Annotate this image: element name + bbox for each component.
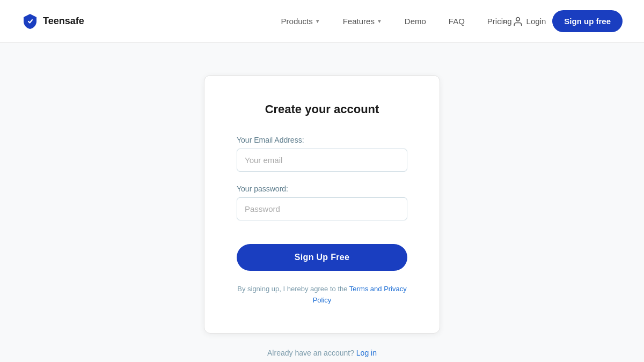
email-field-group: Your Email Address: [237,136,407,172]
nav-faq-label: FAQ [449,17,465,26]
signup-card: Create your account Your Email Address: … [204,75,440,334]
email-label: Your Email Address: [237,136,407,144]
nav-item-products[interactable]: Products ▼ [273,12,329,30]
form-title: Create your account [237,102,407,116]
main-content: Create your account Your Email Address: … [0,43,644,362]
nav-signup-button[interactable]: Sign up free [552,10,623,32]
password-field-group: Your password: [237,184,407,220]
nav-item-pricing[interactable]: Pricing [479,12,521,30]
already-account-text: Already have an account? Log in [267,349,377,357]
terms-text: By signing up, I hereby agree to the Ter… [237,284,407,306]
already-account-label: Already have an account? [267,349,354,357]
logo-link[interactable]: Teensafe [21,13,84,30]
main-nav: Products ▼ Features ▼ Demo FAQ Pricing [273,12,521,30]
nav-features-label: Features [343,17,375,26]
nav-item-features[interactable]: Features ▼ [334,12,391,30]
password-label: Your password: [237,184,407,193]
brand-name: Teensafe [43,16,84,27]
terms-prefix: By signing up, I hereby agree to the [237,285,347,293]
email-input[interactable] [237,149,407,172]
login-link[interactable]: Log in [356,349,377,357]
teensafe-logo-icon [21,13,39,30]
nav-item-demo[interactable]: Demo [396,12,435,30]
nav-products-label: Products [281,17,313,26]
signup-submit-button[interactable]: Sign Up Free [237,244,407,271]
site-header: Teensafe Products ▼ Features ▼ Demo FAQ … [0,0,644,43]
password-input[interactable] [237,197,407,220]
nav-pricing-label: Pricing [487,17,512,26]
chevron-down-icon: ▼ [377,18,382,24]
nav-demo-label: Demo [405,17,426,26]
nav-item-faq[interactable]: FAQ [440,12,473,30]
login-label: Login [526,17,546,26]
chevron-down-icon: ▼ [315,18,320,24]
